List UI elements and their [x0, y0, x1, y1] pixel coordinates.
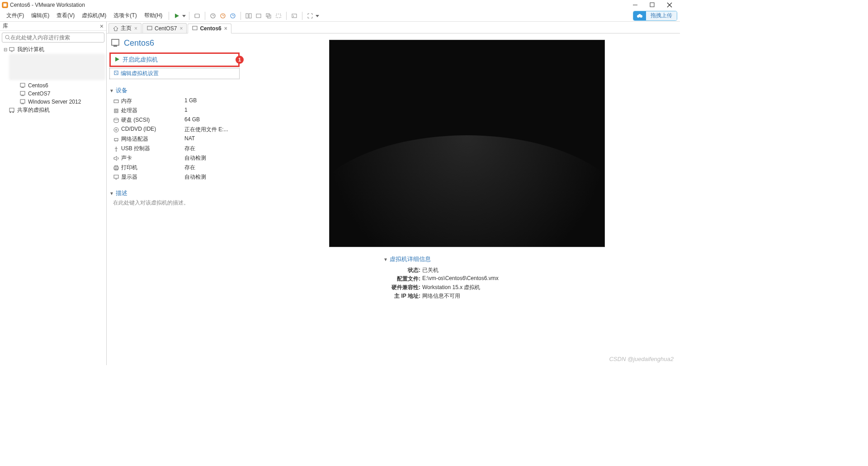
device-row[interactable]: 打印机 存在 [109, 163, 240, 172]
menu-tabs[interactable]: 选项卡(T) [110, 11, 140, 20]
power-on-label: 开启此虚拟机 [123, 56, 158, 64]
menu-file[interactable]: 文件(F) [3, 11, 28, 20]
description-section-header[interactable]: ▼ 描述 [109, 189, 240, 197]
device-value: 1 [184, 107, 240, 114]
library-close-button[interactable]: × [100, 23, 104, 30]
tab-close-button[interactable]: × [179, 25, 183, 32]
tab-centos6[interactable]: Centos6 × [188, 24, 231, 33]
device-row[interactable]: 网络适配器 NAT [109, 134, 240, 144]
description-placeholder[interactable]: 在此处键入对该虚拟机的描述。 [109, 199, 240, 207]
svg-rect-37 [147, 26, 152, 30]
svg-point-53 [116, 129, 117, 130]
maximize-button[interactable] [646, 1, 658, 9]
vm-title: Centos6 [109, 38, 240, 48]
vm-icon [19, 82, 26, 89]
caret-down-icon: ▼ [109, 88, 114, 93]
tab-centos7[interactable]: CentOS7 × [142, 23, 187, 33]
tab-home[interactable]: 主页 × [108, 23, 142, 33]
svg-rect-33 [9, 108, 14, 112]
tree-collapse-icon[interactable]: ⊟ [3, 47, 8, 52]
sound-icon [113, 154, 121, 162]
tabs-bar: 主页 × CentOS7 × Centos6 × [107, 22, 680, 33]
svg-point-23 [5, 35, 9, 39]
vm-name: Centos6 [124, 38, 154, 48]
library-search[interactable] [2, 33, 104, 43]
device-row[interactable]: 显示器 自动检测 [109, 172, 240, 182]
device-row[interactable]: CD/DVD (IDE) 正在使用文件 E:... [109, 125, 240, 134]
tree-item-centos7[interactable]: CentOS7 [17, 90, 105, 98]
toolbar-fullscreen-button[interactable] [274, 11, 283, 21]
svg-rect-62 [114, 175, 118, 178]
svg-rect-43 [114, 100, 118, 103]
tree-item-label: Windows Server 2012 [28, 99, 81, 105]
cpu-icon [113, 107, 121, 114]
minimize-button[interactable] [629, 1, 641, 9]
device-row[interactable]: 内存 1 GB [109, 96, 240, 106]
toolbar-suspend-button[interactable] [192, 11, 202, 21]
svg-point-52 [114, 128, 118, 132]
svg-point-57 [116, 151, 117, 152]
stretch-dropdown[interactable] [315, 14, 320, 18]
device-row[interactable]: 声卡 自动检测 [109, 153, 240, 163]
caret-down-icon: ▼ [383, 257, 388, 262]
power-on-highlight-box: 开启此虚拟机 1 [109, 52, 240, 67]
tab-close-button[interactable]: × [224, 25, 227, 32]
vm-info-header[interactable]: ▼ 虚拟机详细信息 [383, 255, 675, 263]
svg-rect-27 [20, 83, 25, 87]
svg-rect-38 [193, 26, 197, 30]
device-label: 显示器 [121, 173, 184, 181]
svg-marker-41 [115, 57, 119, 62]
svg-rect-50 [115, 110, 117, 112]
close-button[interactable] [664, 1, 675, 9]
edit-settings-button[interactable]: 编辑虚拟机设置 [109, 68, 240, 79]
library-search-input[interactable] [10, 34, 101, 41]
device-label: 处理器 [121, 107, 184, 114]
svg-rect-14 [256, 14, 261, 18]
upload-badge[interactable]: 拖拽上传 [633, 11, 677, 21]
svg-point-51 [114, 118, 118, 120]
toolbar-snapshot-manager-button[interactable] [228, 11, 238, 21]
menu-vm[interactable]: 虚拟机(M) [78, 11, 110, 20]
device-value: 自动检测 [184, 154, 240, 162]
toolbar-stretch-button[interactable] [305, 11, 315, 21]
svg-rect-3 [650, 3, 654, 7]
toolbar-console-button[interactable] [289, 11, 299, 21]
device-row[interactable]: USB 控制器 存在 [109, 144, 240, 153]
toolbar-single-view-button[interactable] [254, 11, 264, 21]
tree-item-label: Centos6 [28, 82, 48, 89]
upload-text: 拖拽上传 [646, 11, 677, 20]
menu-view[interactable]: 查看(V) [53, 11, 78, 20]
toolbar-snapshot-button[interactable] [208, 11, 218, 21]
device-row[interactable]: 硬盘 (SCSI) 64 GB [109, 115, 240, 125]
menu-edit[interactable]: 编辑(E) [28, 11, 53, 20]
tab-label: CentOS7 [155, 25, 177, 32]
play-dropdown[interactable] [182, 14, 186, 18]
power-on-button[interactable]: 开启此虚拟机 [111, 54, 238, 66]
tree-item-label: CentOS7 [28, 90, 50, 97]
vm-info-label: 硬件兼容性: [383, 284, 420, 291]
svg-rect-32 [21, 104, 24, 104]
tree-root-mycomputer[interactable]: ⊟ 我的计算机 [1, 45, 105, 54]
toolbar-revert-button[interactable] [218, 11, 228, 21]
device-row[interactable]: 处理器 1 [109, 106, 240, 115]
titlebar: Centos6 - VMware Workstation [0, 0, 680, 10]
menu-help[interactable]: 帮助(H) [141, 11, 166, 20]
svg-rect-12 [246, 14, 248, 18]
vm-info-row: 主 IP 地址: 网络信息不可用 [383, 292, 675, 300]
vm-info-value: 网络信息不可用 [422, 292, 460, 300]
vm-icon [19, 98, 26, 105]
devices-section-header[interactable]: ▼ 设备 [109, 86, 240, 95]
toolbar-play-button[interactable] [172, 11, 182, 21]
toolbar-thumbnail-view-button[interactable] [244, 11, 254, 21]
upload-cloud-icon [633, 11, 646, 20]
tab-close-button[interactable]: × [134, 25, 137, 32]
tree-item-winserver2012[interactable]: Windows Server 2012 [17, 98, 105, 106]
tree-shared-vms[interactable]: 共享的虚拟机 [1, 106, 105, 114]
tree-item-centos6[interactable]: Centos6 [17, 81, 105, 90]
device-label: 硬盘 (SCSI) [121, 116, 184, 124]
vm-icon [19, 90, 26, 97]
svg-rect-28 [21, 87, 24, 88]
blurred-items [9, 54, 105, 80]
vm-preview-screen[interactable] [329, 40, 605, 247]
toolbar-unity-button[interactable] [264, 11, 274, 21]
